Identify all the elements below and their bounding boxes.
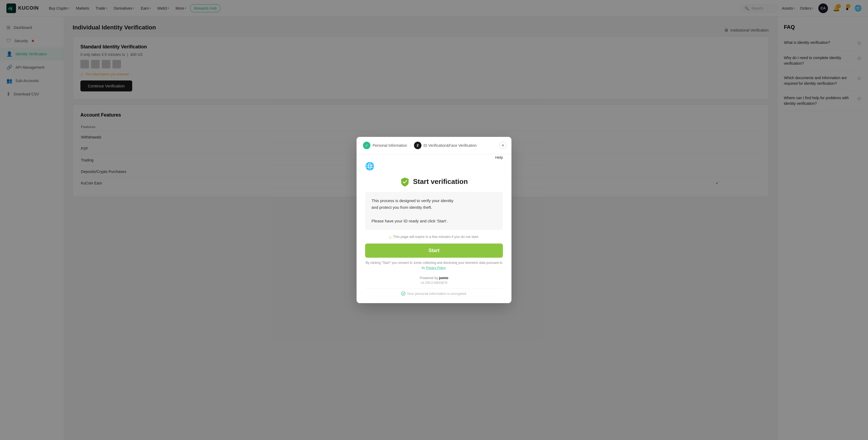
info-line-1: This process is designed to verify your … <box>372 197 496 204</box>
modal-step-1: ✓ Personal Information <box>363 142 407 149</box>
warning-triangle-icon: △ <box>389 235 392 239</box>
modal-step-2: 2 ID Verification&Face Verification <box>414 142 477 149</box>
modal-close-button[interactable]: ✕ <box>499 142 507 149</box>
modal-overlay[interactable]: ✓ Personal Information › 2 ID Verificati… <box>0 0 868 440</box>
info-line-2: and protect you from identity theft. <box>372 204 496 211</box>
modal-warning: △ This page will expire in a few minutes… <box>365 235 503 239</box>
modal-consent-text: By clicking "Start" you consent to Jumio… <box>365 260 503 270</box>
arrow-icon: › <box>410 143 411 148</box>
step-2-number: 2 <box>414 142 422 149</box>
start-button[interactable]: Start <box>365 243 503 258</box>
jumio-brand: jumio <box>439 276 448 280</box>
modal-version: v4.256.0-6f853879 <box>365 281 503 285</box>
step-2-label: ID Verification&Face Verification <box>424 143 477 148</box>
step-1-label: Personal Information <box>373 143 407 148</box>
encrypted-indicator: Your personal information is encrypted. <box>365 288 503 296</box>
modal-heading: Start verification <box>365 177 503 186</box>
powered-by: Powered by jumio <box>365 276 503 280</box>
modal-body: 🌐 Help Start verification This process i… <box>356 154 512 303</box>
svg-point-1 <box>401 292 405 295</box>
shield-check-icon <box>400 177 410 186</box>
info-line-3: Please have your ID ready and click 'Sta… <box>372 217 496 225</box>
lock-icon <box>401 291 405 296</box>
modal-info-box: This process is designed to verify your … <box>365 192 503 230</box>
verification-modal: ✓ Personal Information › 2 ID Verificati… <box>356 137 512 303</box>
privacy-policy-link[interactable]: Privacy Policy <box>426 266 445 270</box>
help-button[interactable]: Help <box>495 155 503 159</box>
globe-icon: 🌐 <box>365 162 374 171</box>
modal-header: ✓ Personal Information › 2 ID Verificati… <box>356 137 512 154</box>
step-1-check-icon: ✓ <box>363 142 370 149</box>
